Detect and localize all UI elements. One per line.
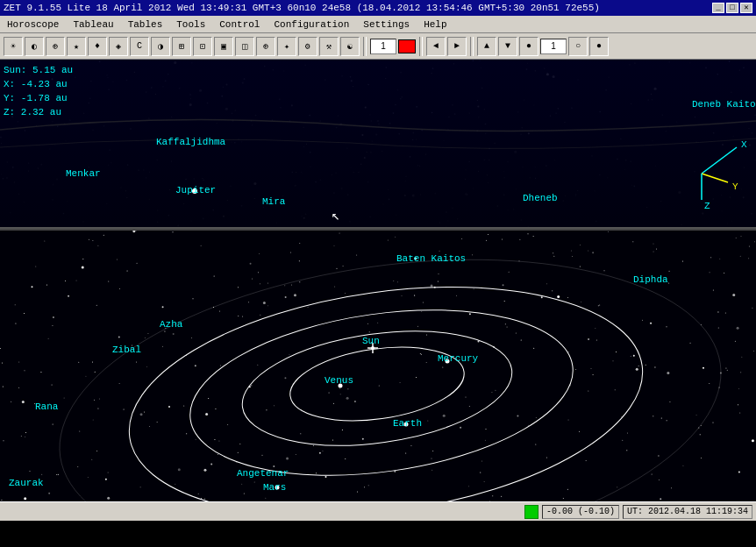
tb-btn-circle[interactable]: ○ bbox=[568, 37, 588, 56]
star-deneb-kaito: Deneb Kaito bbox=[692, 99, 756, 110]
star-rana: Rana bbox=[35, 401, 58, 412]
tb-sep-2 bbox=[419, 37, 423, 56]
tb-btn-10[interactable]: ⊡ bbox=[193, 37, 212, 56]
menu-bar: Horoscope Tableau Tables Tools Control C… bbox=[0, 16, 756, 33]
tb-btn-6[interactable]: ◈ bbox=[109, 37, 128, 56]
planet-earth: Earth bbox=[393, 418, 422, 429]
tb-color-box[interactable] bbox=[398, 39, 416, 53]
tb-btn-5[interactable]: ♦ bbox=[88, 37, 107, 56]
main-view[interactable]: X Y Z Sun: 5.15 au X: -4.23 au Y: -1.78 … bbox=[0, 60, 756, 501]
x-info: X: -4.23 au bbox=[4, 77, 73, 91]
star-zaurak: Zaurak bbox=[9, 478, 44, 488]
z-info: Z: 2.32 au bbox=[4, 105, 73, 119]
menu-horoscope[interactable]: Horoscope bbox=[0, 16, 66, 32]
star-mars: Mars bbox=[263, 482, 286, 493]
tb-btn-16[interactable]: ⚒ bbox=[319, 37, 339, 56]
status-datetime: UT: 2012.04.18 11:19:34 bbox=[623, 505, 752, 519]
tb-btn-8[interactable]: ◑ bbox=[151, 37, 170, 56]
tb-input-num[interactable] bbox=[540, 39, 567, 54]
tb-btn-9[interactable]: ⊞ bbox=[172, 37, 191, 56]
star-jupiter: Jupiter bbox=[175, 185, 216, 195]
tb-btn-1[interactable]: ☀ bbox=[4, 37, 23, 56]
star-azha: Azha bbox=[160, 319, 182, 330]
tb-input-value[interactable] bbox=[370, 39, 396, 54]
toolbar: ☀ ◐ ⊕ ★ ♦ ◈ C ◑ ⊞ ⊡ ▣ ◫ ⊕ ✦ ⚙ ⚒ ☯ ◄ ► ▲ … bbox=[0, 33, 756, 60]
tb-sep-3 bbox=[470, 37, 474, 56]
tb-btn-3[interactable]: ⊕ bbox=[46, 37, 65, 56]
tb-btn-12[interactable]: ◫ bbox=[235, 37, 254, 56]
tb-btn-11[interactable]: ▣ bbox=[214, 37, 233, 56]
star-mira: Mira bbox=[262, 196, 285, 207]
info-overlay: Sun: 5.15 au X: -4.23 au Y: -1.78 au Z: … bbox=[4, 63, 73, 119]
tb-btn-up[interactable]: ▲ bbox=[477, 37, 496, 56]
menu-configuration[interactable]: Configuration bbox=[267, 16, 356, 32]
planet-mercury: Mercury bbox=[438, 353, 478, 364]
title-text: ZET 9.1.55 Lite 18 April 2012 Wed 13:49:… bbox=[4, 3, 600, 13]
menu-control[interactable]: Control bbox=[212, 16, 267, 32]
close-button[interactable]: ✕ bbox=[740, 3, 752, 13]
star-zibal: Zibal bbox=[112, 345, 141, 355]
menu-tools[interactable]: Tools bbox=[169, 16, 212, 32]
star-angetenar: Angetenar bbox=[237, 468, 289, 479]
menu-help[interactable]: Help bbox=[417, 16, 453, 32]
minimize-button[interactable]: _ bbox=[712, 3, 724, 13]
tb-btn-dot[interactable]: ● bbox=[519, 37, 538, 56]
tb-btn-17[interactable]: ☯ bbox=[340, 37, 360, 56]
title-bar: ZET 9.1.55 Lite 18 April 2012 Wed 13:49:… bbox=[0, 0, 756, 16]
star-diphda: Diphda bbox=[633, 274, 668, 285]
status-green-indicator bbox=[524, 505, 538, 519]
star-baten-kaitos: Baten Kaitos bbox=[396, 253, 466, 264]
menu-tableau[interactable]: Tableau bbox=[66, 16, 120, 32]
star-menkar: Menkar bbox=[66, 168, 101, 179]
tb-btn-left[interactable]: ◄ bbox=[426, 37, 446, 56]
status-coords: -0.00 (-0.10) bbox=[542, 505, 619, 519]
tb-btn-down[interactable]: ▼ bbox=[498, 37, 517, 56]
tb-btn-14[interactable]: ✦ bbox=[277, 37, 296, 56]
tb-sep-1 bbox=[363, 37, 367, 56]
horizon-band bbox=[0, 60, 756, 231]
window-controls: _ □ ✕ bbox=[712, 3, 752, 13]
tb-btn-13[interactable]: ⊕ bbox=[256, 37, 275, 56]
star-kaffaljidhma: Kaffaljidhma bbox=[156, 137, 225, 147]
y-info: Y: -1.78 au bbox=[4, 91, 73, 105]
tb-btn-7[interactable]: C bbox=[130, 37, 149, 56]
tb-btn-4[interactable]: ★ bbox=[67, 37, 86, 56]
tb-btn-right[interactable]: ► bbox=[447, 37, 467, 56]
maximize-button[interactable]: □ bbox=[726, 3, 738, 13]
planet-venus: Venus bbox=[325, 375, 353, 386]
menu-tables[interactable]: Tables bbox=[121, 16, 170, 32]
tb-btn-2[interactable]: ◐ bbox=[25, 37, 44, 56]
tb-btn-filled[interactable]: ● bbox=[589, 37, 609, 56]
star-dheneb: Dheneb bbox=[523, 193, 558, 203]
sun-info: Sun: 5.15 au bbox=[4, 63, 73, 77]
tb-btn-15[interactable]: ⚙ bbox=[298, 37, 317, 56]
status-bar: -0.00 (-0.10) UT: 2012.04.18 11:19:34 bbox=[0, 501, 756, 521]
menu-settings[interactable]: Settings bbox=[356, 16, 417, 32]
planet-sun: Sun bbox=[362, 336, 380, 346]
